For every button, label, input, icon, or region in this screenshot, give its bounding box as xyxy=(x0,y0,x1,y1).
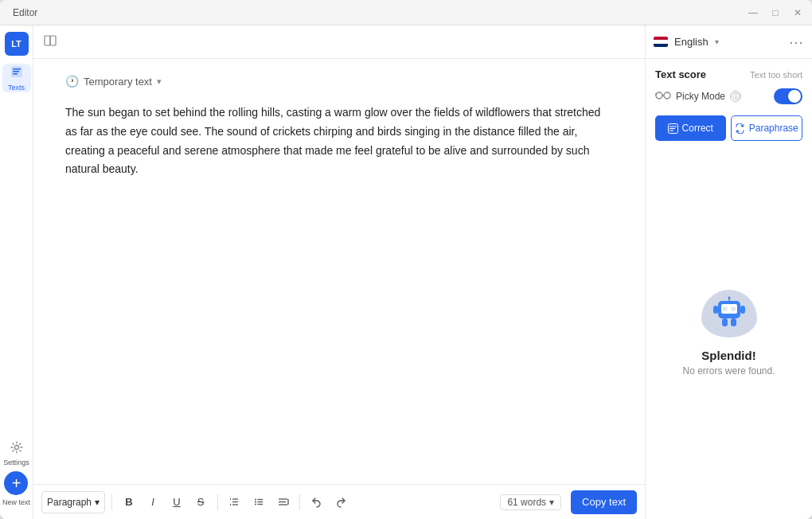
texts-icon xyxy=(10,64,24,82)
svg-rect-3 xyxy=(13,73,18,75)
editor-bottombar: Paragraph ▾ B I U S xyxy=(33,484,645,519)
paraphrase-label: Paraphrase xyxy=(749,123,798,134)
editor-topbar xyxy=(33,25,645,59)
right-panel: English ▾ ⋯ Text score Text too short xyxy=(645,25,812,519)
main-window: Editor — □ ✕ LT xyxy=(0,0,812,519)
svg-point-21 xyxy=(664,92,670,99)
paraphrase-icon xyxy=(735,123,745,134)
right-topbar: English ▾ ⋯ xyxy=(646,25,812,59)
svg-point-10 xyxy=(255,499,256,501)
book-icon[interactable] xyxy=(43,33,57,51)
doc-header[interactable]: 🕐 Temporary text ▾ xyxy=(65,75,613,88)
bold-button[interactable]: B xyxy=(119,492,139,513)
score-row: Text score Text too short xyxy=(655,68,802,80)
text-score-label: Text score xyxy=(655,68,706,80)
paragraph-select[interactable]: Paragraph ▾ xyxy=(41,491,105,513)
undo-button[interactable] xyxy=(306,492,327,513)
svg-point-4 xyxy=(14,446,18,450)
settings-icon xyxy=(10,441,23,457)
language-chevron-icon: ▾ xyxy=(715,37,719,46)
correct-label: Correct xyxy=(682,123,713,134)
new-text-button[interactable]: + xyxy=(4,471,28,495)
svg-rect-37 xyxy=(740,306,745,314)
editor-area: 🕐 Temporary text ▾ The sun began to set … xyxy=(33,25,645,519)
sidebar-settings-label: Settings xyxy=(3,459,29,466)
svg-rect-36 xyxy=(713,306,718,314)
word-count: 61 words xyxy=(507,497,546,508)
align-button[interactable] xyxy=(272,492,293,513)
clock-icon: 🕐 xyxy=(65,75,79,88)
strikethrough-button[interactable]: S xyxy=(190,492,211,513)
titlebar: Editor — □ ✕ xyxy=(0,0,812,25)
svg-rect-39 xyxy=(731,318,736,326)
svg-rect-6 xyxy=(50,36,56,45)
picky-mode-label: Picky Mode xyxy=(676,91,725,102)
maximize-button[interactable]: □ xyxy=(769,6,782,19)
redo-button[interactable] xyxy=(330,492,351,513)
picky-glasses-icon xyxy=(655,90,671,103)
window-controls: — □ ✕ xyxy=(747,6,804,19)
paragraph-label: Paragraph xyxy=(47,497,92,508)
svg-rect-2 xyxy=(13,71,19,72)
sidebar-bottom: + New text xyxy=(2,471,30,513)
doc-title: Temporary text xyxy=(84,76,152,88)
window-title: Editor xyxy=(13,7,37,18)
new-text-label: New text xyxy=(2,498,30,506)
svg-point-12 xyxy=(255,501,256,503)
minimize-button[interactable]: — xyxy=(747,6,759,19)
editor-content[interactable]: 🕐 Temporary text ▾ The sun began to set … xyxy=(33,59,645,484)
paraphrase-button[interactable]: Paraphrase xyxy=(731,115,803,141)
svg-rect-38 xyxy=(722,318,728,326)
close-button[interactable]: ✕ xyxy=(791,6,804,19)
right-content: Text score Text too short Picky Mode xyxy=(646,59,812,519)
toggle-knob xyxy=(788,90,801,103)
word-count-badge[interactable]: 61 words ▾ xyxy=(500,494,561,510)
picky-info-icon[interactable]: ⓘ xyxy=(730,91,741,102)
logo-text: LT xyxy=(11,39,21,49)
sidebar-item-texts[interactable]: Texts xyxy=(2,64,31,92)
line-spacing-button[interactable] xyxy=(224,492,245,513)
svg-point-35 xyxy=(728,297,730,299)
sidebar-texts-label: Texts xyxy=(8,84,25,92)
logo: LT xyxy=(5,32,29,56)
language-flag xyxy=(654,37,668,47)
svg-point-14 xyxy=(255,504,256,505)
editor-text[interactable]: The sun began to set behind the rolling … xyxy=(65,103,613,179)
divider-1 xyxy=(111,494,112,510)
divider-3 xyxy=(299,494,300,510)
splendid-title: Splendid! xyxy=(701,349,755,362)
word-count-chevron-icon: ▾ xyxy=(549,497,554,508)
correct-icon xyxy=(668,123,678,134)
splendid-section: Splendid! No errors were found. xyxy=(655,157,802,509)
splendid-sub: No errors were found. xyxy=(682,365,775,377)
underline-button[interactable]: U xyxy=(166,492,187,513)
robot-svg xyxy=(712,296,747,331)
svg-rect-1 xyxy=(13,68,21,70)
action-buttons: Correct Paraphrase xyxy=(655,115,802,141)
win-buttons: — □ ✕ xyxy=(747,6,804,19)
paragraph-chevron-icon: ▾ xyxy=(95,497,100,508)
svg-rect-5 xyxy=(45,36,50,45)
italic-button[interactable]: I xyxy=(142,492,163,513)
copy-text-button[interactable]: Copy text xyxy=(571,490,637,514)
correct-button[interactable]: Correct xyxy=(655,115,726,141)
sidebar: LT Texts xyxy=(0,25,33,519)
more-options-button[interactable]: ⋯ xyxy=(789,33,804,51)
picky-mode-toggle[interactable] xyxy=(774,88,802,104)
score-status: Text too short xyxy=(750,70,802,80)
robot-illustration xyxy=(701,290,757,338)
picky-mode-row: Picky Mode ⓘ xyxy=(655,88,802,104)
sidebar-item-settings[interactable]: Settings xyxy=(2,439,31,468)
divider-2 xyxy=(217,494,218,510)
main-layout: LT Texts xyxy=(0,25,812,519)
language-label: English xyxy=(674,36,709,48)
list-button[interactable] xyxy=(248,492,269,513)
header-chevron-icon: ▾ xyxy=(157,76,162,87)
svg-point-20 xyxy=(656,92,662,99)
